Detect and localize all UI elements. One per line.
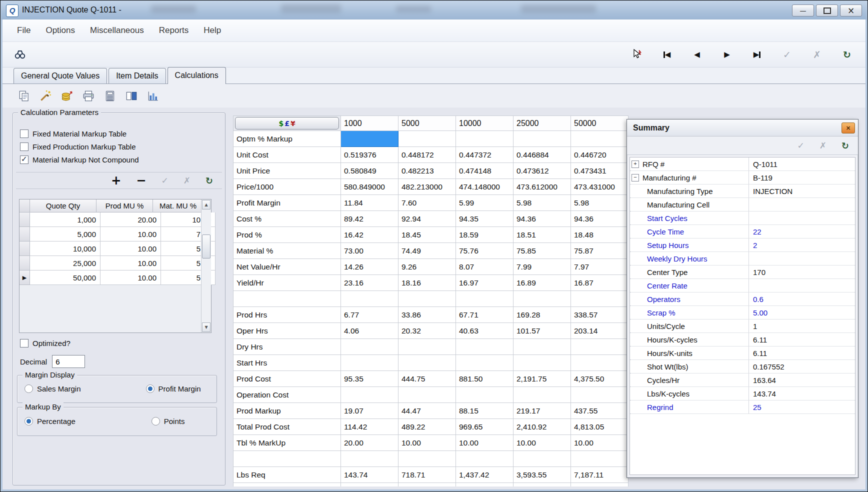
calc-cell[interactable]: 143.74 [341, 467, 398, 483]
row-selector[interactable]: ▶ [20, 270, 30, 285]
currency-button[interactable]: $£¥ [235, 117, 339, 130]
radio-button-percentage[interactable] [24, 417, 33, 426]
calc-cell[interactable] [456, 339, 514, 355]
design-button[interactable] [39, 90, 52, 102]
calc-cell[interactable]: 580.849000 [341, 179, 398, 195]
grid-cell[interactable]: 5,000 [30, 227, 100, 242]
calc-cell[interactable] [571, 291, 628, 307]
markup-button[interactable] [60, 90, 74, 102]
calc-cell[interactable]: 1,437.42 [456, 467, 514, 483]
row-selector[interactable] [20, 242, 30, 256]
calc-cell[interactable] [514, 451, 571, 467]
calc-cell[interactable]: 2.350000 [398, 483, 456, 487]
calc-cell[interactable]: 10.00 [456, 435, 514, 451]
calc-cell[interactable]: 0.482213 [398, 163, 456, 179]
calc-cell[interactable]: 19.07 [341, 403, 398, 419]
calc-cell[interactable]: 0.446720 [571, 147, 628, 163]
calc-cell[interactable]: 0.580849 [341, 163, 398, 179]
summary-cancel-button[interactable]: ✗ [820, 140, 826, 150]
calc-cell[interactable]: 881.50 [456, 371, 514, 387]
calc-cell[interactable]: 33.86 [398, 307, 456, 323]
scroll-up-button[interactable]: ▲ [202, 200, 210, 210]
calc-cell[interactable]: 94.36 [514, 211, 571, 227]
calc-cell[interactable] [514, 355, 571, 371]
summary-label[interactable]: Regrind [647, 403, 674, 412]
maximize-button[interactable] [816, 4, 838, 16]
calc-cell[interactable]: 0.473612 [514, 163, 571, 179]
calc-cell[interactable]: 18.51 [514, 227, 571, 243]
summary-close-button[interactable]: × [842, 122, 855, 134]
calc-cell[interactable]: 40.63 [456, 323, 514, 339]
row-selector[interactable] [20, 212, 30, 227]
last-record-button[interactable]: ▶ [750, 48, 764, 61]
summary-value[interactable]: 0.6 [749, 295, 855, 304]
menu-miscellaneous[interactable]: Miscellaneous [82, 22, 152, 38]
summary-titlebar[interactable]: Summary × [627, 120, 858, 136]
calc-cell[interactable]: 16.87 [571, 275, 628, 291]
calc-cell[interactable]: 94.36 [571, 211, 628, 227]
radio-option-profit-margin[interactable]: Profit Margin [146, 384, 201, 393]
calc-cell[interactable]: 23.16 [341, 275, 398, 291]
grid-cell[interactable]: 25,000 [30, 256, 100, 270]
add-row-button[interactable]: + [111, 176, 121, 186]
calc-cell[interactable]: 18.45 [398, 227, 456, 243]
column-header-prod-mu[interactable]: Prod MU % [96, 200, 153, 212]
menu-options[interactable]: Options [38, 22, 82, 38]
calc-cell[interactable]: 482.213000 [398, 179, 456, 195]
calc-cell[interactable]: 4,375.50 [571, 371, 628, 387]
radio-option-percentage[interactable]: Percentage [24, 417, 76, 426]
calc-cell[interactable]: 14.26 [341, 259, 398, 275]
calc-cell[interactable] [456, 131, 514, 147]
summary-label[interactable]: Setup Hours [647, 241, 688, 250]
summary-label[interactable]: Operators [647, 295, 680, 304]
calc-cell[interactable]: 4.06 [341, 323, 398, 339]
row-selector[interactable] [20, 256, 30, 270]
calc-cell[interactable] [398, 291, 456, 307]
calc-cell[interactable]: 2.350000 [456, 483, 514, 487]
calc-cell[interactable]: 18.48 [571, 227, 628, 243]
calc-cell[interactable]: 88.15 [456, 403, 514, 419]
expander-icon[interactable]: − [632, 174, 639, 182]
calc-cell[interactable]: 444.75 [398, 371, 456, 387]
grid-refresh-button[interactable]: ↻ [206, 176, 213, 186]
calc-cell[interactable]: 7,187.11 [571, 467, 628, 483]
calc-cell[interactable]: 11.84 [341, 195, 398, 211]
calc-cell[interactable]: 437.55 [571, 403, 628, 419]
calc-cell[interactable] [571, 355, 628, 371]
calc-cell[interactable]: 2.350000 [571, 483, 628, 487]
calc-cell[interactable]: 219.17 [514, 403, 571, 419]
calc-cell[interactable]: 114.42 [341, 419, 398, 435]
cancel-button[interactable]: ✗ [810, 48, 824, 61]
summary-label[interactable]: Center Rate [647, 282, 688, 290]
summary-value[interactable]: 22 [749, 228, 855, 236]
minimize-button[interactable]: — [792, 4, 814, 16]
calc-cell[interactable]: 5.98 [514, 195, 571, 211]
commit-button[interactable]: ✓ [780, 48, 794, 61]
expander-icon[interactable]: + [632, 160, 639, 168]
column-header-quote-qty[interactable]: Quote Qty [30, 200, 96, 212]
calc-cell[interactable]: 9.26 [398, 259, 456, 275]
calc-cell[interactable] [398, 387, 456, 403]
calc-cell[interactable] [514, 339, 571, 355]
tab-item-details[interactable]: Item Details [108, 68, 166, 84]
calc-cell[interactable]: 718.71 [398, 467, 456, 483]
calc-cell[interactable]: 203.14 [571, 323, 628, 339]
tab-calculations[interactable]: Calculations [168, 67, 226, 84]
radio-button-sales-margin[interactable] [24, 384, 33, 393]
calc-cell[interactable] [571, 387, 628, 403]
menu-help[interactable]: Help [196, 22, 228, 38]
calc-cell[interactable]: 95.35 [341, 371, 398, 387]
calc-cell[interactable]: 473.431000 [571, 179, 628, 195]
summary-label[interactable]: Start Cycles [647, 214, 688, 222]
checkbox-fixed-production-markup-table[interactable] [20, 142, 28, 151]
grid-cancel-button[interactable]: ✗ [184, 176, 190, 186]
run-macro-button[interactable] [630, 48, 644, 61]
previous-record-button[interactable]: ◀ [690, 48, 704, 61]
calc-cell[interactable]: 489.22 [398, 419, 456, 435]
calc-cell[interactable] [398, 451, 456, 467]
calc-cell[interactable] [456, 387, 514, 403]
grid-commit-button[interactable]: ✓ [161, 176, 168, 186]
calc-cell[interactable] [341, 451, 398, 467]
calc-cell[interactable]: 75.85 [514, 243, 571, 259]
calc-cell[interactable]: 10.00 [514, 435, 571, 451]
